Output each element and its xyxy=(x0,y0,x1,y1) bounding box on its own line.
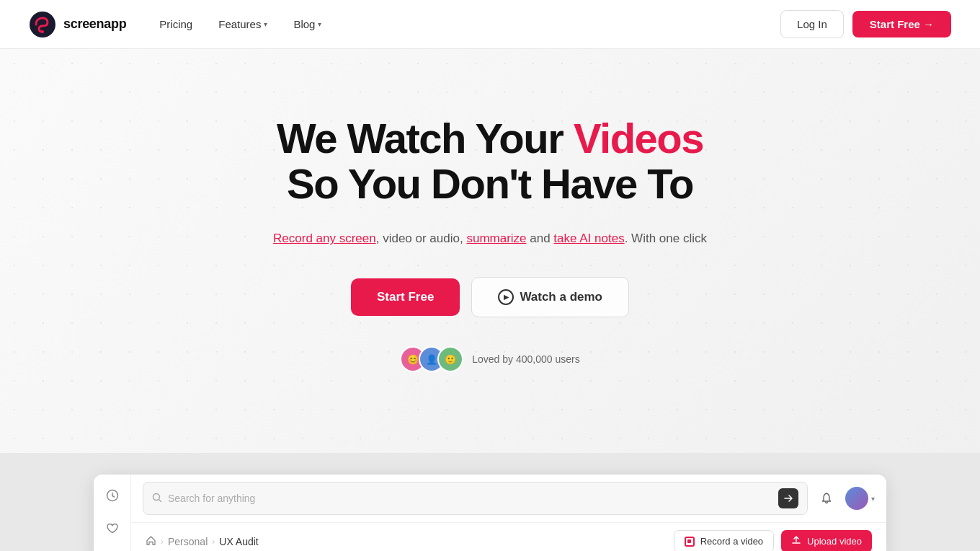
notifications-button[interactable] xyxy=(815,487,838,510)
hero-title-line2: So You Don't Have To xyxy=(287,160,693,207)
nav-pricing[interactable]: Pricing xyxy=(149,12,202,36)
breadcrumb-ux-audit: UX Audit xyxy=(219,536,258,547)
record-icon xyxy=(685,537,695,547)
breadcrumb-bar: › Personal › UX Audit Record a video xyxy=(131,523,886,551)
app-preview-section: Search for anything xyxy=(0,453,980,551)
user-avatar-button[interactable]: ▾ xyxy=(845,487,875,510)
nav-actions: Log In Start Free → xyxy=(780,10,951,38)
logo-link[interactable]: screenapp xyxy=(29,11,126,38)
social-proof-avatars: 😊 👤 🙂 xyxy=(400,346,463,372)
hero-title: We Watch Your Videos So You Don't Have T… xyxy=(273,115,707,208)
sidebar-clock-icon[interactable] xyxy=(100,483,125,508)
watch-demo-button[interactable]: ▶ Watch a demo xyxy=(471,277,629,317)
record-dot xyxy=(687,539,691,543)
hero-title-we-watch: We Watch Your xyxy=(277,115,574,162)
upload-icon xyxy=(791,535,801,547)
svg-point-1 xyxy=(41,30,44,33)
hero-subtitle: Record any screen, video or audio, summa… xyxy=(273,229,707,248)
hero-section: We Watch Your Videos So You Don't Have T… xyxy=(0,49,980,453)
search-placeholder-text[interactable]: Search for anything xyxy=(168,493,772,504)
hero-title-videos: Videos xyxy=(574,115,703,162)
app-layout: Search for anything xyxy=(94,475,886,551)
social-proof-text: Loved by 400,000 users xyxy=(472,353,579,365)
user-avatar xyxy=(845,487,868,510)
ai-notes-link[interactable]: take AI notes xyxy=(553,232,624,245)
hero-subtitle-post: . With one click xyxy=(625,232,707,245)
blog-chevron-icon: ▾ xyxy=(318,20,321,28)
search-icon xyxy=(152,493,162,505)
svg-point-0 xyxy=(30,12,55,38)
login-button[interactable]: Log In xyxy=(780,10,844,38)
start-free-hero-button[interactable]: Start Free xyxy=(351,278,460,316)
hero-buttons: Start Free ▶ Watch a demo xyxy=(273,277,707,317)
hero-subtitle-mid: , video or audio, xyxy=(376,232,467,245)
start-free-nav-button[interactable]: Start Free → xyxy=(852,11,951,38)
breadcrumb-separator-1: › xyxy=(161,537,164,547)
app-topbar-actions: ▾ xyxy=(815,487,875,510)
logo-text: screenapp xyxy=(63,17,126,32)
search-box: Search for anything xyxy=(143,482,808,515)
breadcrumb-actions: Record a video Upload video xyxy=(674,530,872,551)
app-main: Search for anything xyxy=(131,475,886,551)
upload-video-button[interactable]: Upload video xyxy=(781,530,872,551)
breadcrumb-home-icon[interactable] xyxy=(146,535,156,548)
navbar: screenapp Pricing Features ▾ Blog ▾ Log … xyxy=(0,0,980,49)
hero-subtitle-and: and xyxy=(527,232,554,245)
search-send-button[interactable] xyxy=(778,488,798,508)
summarize-link[interactable]: summarize xyxy=(466,232,526,245)
hero-content: We Watch Your Videos So You Don't Have T… xyxy=(273,115,707,373)
sidebar-heart-icon[interactable] xyxy=(100,516,125,541)
app-window: Search for anything xyxy=(94,475,886,551)
breadcrumb-personal[interactable]: Personal xyxy=(168,536,208,547)
user-menu-chevron-icon: ▾ xyxy=(871,495,875,503)
logo-icon xyxy=(29,11,56,38)
record-screen-link[interactable]: Record any screen xyxy=(273,232,376,245)
avatar: 🙂 xyxy=(437,346,463,372)
features-chevron-icon: ▾ xyxy=(264,20,267,28)
record-video-button[interactable]: Record a video xyxy=(674,530,774,551)
play-circle-icon: ▶ xyxy=(498,289,514,305)
app-sidebar xyxy=(94,475,131,551)
breadcrumb-separator-2: › xyxy=(212,537,215,547)
breadcrumb: › Personal › UX Audit xyxy=(146,535,259,548)
nav-blog[interactable]: Blog ▾ xyxy=(283,12,331,36)
hero-social-proof: 😊 👤 🙂 Loved by 400,000 users xyxy=(273,346,707,372)
app-main-topbar: Search for anything xyxy=(131,475,886,523)
nav-features[interactable]: Features ▾ xyxy=(208,12,277,36)
nav-links: Pricing Features ▾ Blog ▾ xyxy=(149,12,757,36)
